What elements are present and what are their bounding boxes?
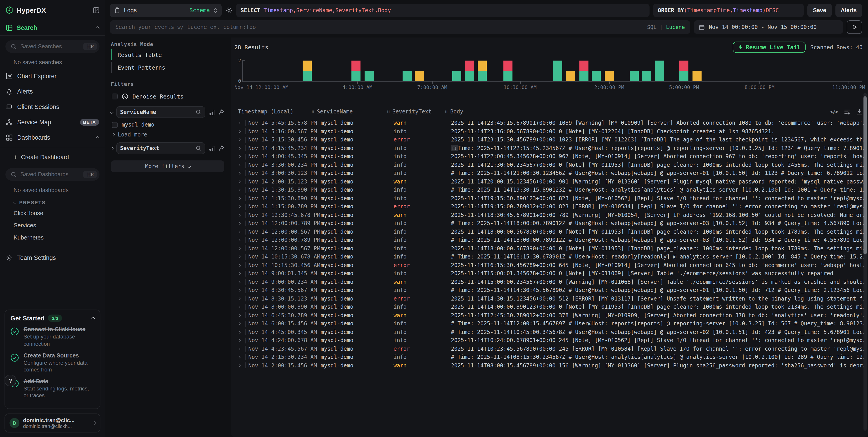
chevron-up-icon[interactable]: [91, 317, 95, 321]
row-expand-icon[interactable]: [238, 289, 240, 292]
preset-services[interactable]: Services: [0, 219, 105, 231]
histogram-bar[interactable]: [352, 61, 361, 81]
run-query-button[interactable]: [847, 20, 862, 34]
row-expand-icon[interactable]: [238, 280, 240, 283]
column-header-severitytext[interactable]: ⠿SeverityText: [387, 108, 445, 115]
date-range-picker[interactable]: Nov 14 00:00:00 - Nov 15 00:00:00: [694, 20, 843, 34]
histogram-bar[interactable]: [402, 71, 411, 81]
row-expand-icon[interactable]: [238, 297, 240, 300]
table-row[interactable]: Nov 14 12:00:00.789 PMmysql-demoinfo# Ti…: [231, 236, 868, 244]
histogram-bar[interactable]: [655, 61, 664, 81]
sidebar-item-chart-explorer[interactable]: Chart Explorer: [0, 68, 105, 83]
filter-pin-button[interactable]: [218, 109, 224, 115]
table-row[interactable]: Nov 14 5:16:00.567 PMmysql-demoinfo2025-…: [231, 127, 868, 136]
row-expand-icon[interactable]: [238, 230, 240, 233]
sidebar-collapse-icon[interactable]: [93, 6, 99, 13]
column-header-body[interactable]: ⠿Body: [445, 108, 463, 115]
filter-field-pill[interactable]: SeverityText: [116, 142, 205, 154]
row-expand-icon[interactable]: [238, 122, 240, 125]
row-expand-icon[interactable]: [238, 138, 240, 141]
table-row[interactable]: Nov 14 10:15:30.678 AMmysql-demoinfo# Ti…: [231, 253, 868, 261]
denoise-results-toggle[interactable]: Denoise Results: [112, 93, 224, 100]
histogram-bar[interactable]: [605, 71, 614, 81]
table-row[interactable]: Nov 14 2:00:15.123 PMmysql-demowarn2025-…: [231, 177, 868, 186]
histogram-bar[interactable]: [303, 61, 312, 81]
row-expand-icon[interactable]: [238, 172, 240, 175]
get-started-step[interactable]: Connect to ClickHouseSet up your databas…: [10, 327, 95, 348]
sidebar-item-client-sessions[interactable]: Client Sessions: [0, 99, 105, 114]
row-expand-icon[interactable]: [238, 189, 240, 191]
table-row[interactable]: Nov 14 10:15:30.456 AMmysql-demoerror202…: [231, 261, 868, 269]
drag-handle-icon[interactable]: ⠿: [445, 109, 448, 114]
histogram-bar[interactable]: [566, 71, 575, 81]
resume-live-tail-button[interactable]: Resume Live Tail: [733, 41, 806, 53]
table-row[interactable]: Nov 14 4:15:45.234 PMmysql-demoinfo# Tim…: [231, 144, 868, 152]
row-expand-icon[interactable]: [238, 322, 240, 325]
table-row[interactable]: Nov 14 12:00:00.567 PMmysql-demoinfo2025…: [231, 244, 868, 253]
order-by-input[interactable]: ORDER BY ( TimestampTime, Timestamp ) DE…: [653, 3, 804, 17]
row-expand-icon[interactable]: [238, 247, 240, 250]
table-row[interactable]: Nov 14 5:15:30.456 PMmysql-demoerror2025…: [231, 136, 868, 144]
chart-icon[interactable]: [209, 109, 215, 115]
table-row[interactable]: Nov 14 12:00:00.789 PMmysql-demoinfo# Ti…: [231, 219, 868, 228]
table-row[interactable]: Nov 14 9:00:01.345 AMmysql-demoinfo2025-…: [231, 269, 868, 278]
source-settings-gear-icon[interactable]: [225, 6, 232, 14]
histogram-bar[interactable]: [453, 71, 462, 81]
row-expand-icon[interactable]: [238, 356, 240, 359]
create-dashboard-button[interactable]: + Create Dashboard: [0, 150, 105, 164]
mode-lucene-label[interactable]: Lucene: [666, 24, 685, 30]
histogram-bar[interactable]: [692, 71, 702, 81]
get-started-step[interactable]: Create Data SourcesConfigure where your …: [10, 352, 95, 373]
vertical-scrollbar[interactable]: [864, 93, 867, 431]
table-row[interactable]: Nov 14 4:24:00.678 AMmysql-demoinfo2025-…: [231, 336, 868, 345]
sidebar-item-dashboards[interactable]: Dashboards: [0, 130, 105, 145]
saved-dashboards-input[interactable]: Saved Dashboards ⌘K: [5, 168, 99, 181]
table-row[interactable]: Nov 14 2:15:30.234 AMmysql-demoinfo# Tim…: [231, 353, 868, 361]
row-expand-icon[interactable]: [238, 339, 240, 342]
alerts-button[interactable]: Alerts: [835, 3, 862, 17]
histogram-bar[interactable]: [478, 61, 487, 81]
chart-icon[interactable]: [209, 145, 215, 151]
filter-value-mysql-demo[interactable]: mysql-demo: [112, 122, 224, 128]
row-expand-icon[interactable]: [238, 213, 240, 216]
load-more-button[interactable]: Load more: [112, 132, 224, 138]
table-row[interactable]: Nov 14 4:00:45.345 PMmysql-demoinfo2025-…: [231, 152, 868, 161]
table-row[interactable]: Nov 14 1:15:00.789 PMmysql-demoerror2025…: [231, 202, 868, 211]
analysis-mode-event-patterns[interactable]: Event Patterns: [111, 62, 224, 73]
sidebar-item-alerts[interactable]: Alerts: [0, 83, 105, 99]
row-expand-icon[interactable]: [238, 130, 240, 133]
histogram-bar[interactable]: [680, 61, 689, 81]
saved-searches-input[interactable]: Saved Searches ⌘K: [5, 40, 99, 53]
row-expand-icon[interactable]: [238, 364, 240, 367]
preset-kubernetes[interactable]: Kubernetes: [0, 231, 105, 243]
filter-value-checkbox[interactable]: [112, 122, 118, 128]
table-row[interactable]: Nov 14 6:00:15.456 AMmysql-demoinfo# Tim…: [231, 320, 868, 328]
histogram-bar[interactable]: [629, 71, 639, 81]
analysis-mode-results-table[interactable]: Results Table: [111, 49, 224, 60]
row-expand-icon[interactable]: [238, 222, 240, 225]
presets-toggle[interactable]: PRESETS: [0, 196, 105, 207]
table-row[interactable]: Nov 14 3:00:30.123 PMmysql-demoinfo# Tim…: [231, 169, 868, 177]
table-row[interactable]: Nov 14 1:30:15.890 PMmysql-demoinfo# Tim…: [231, 186, 868, 194]
drag-handle-icon[interactable]: ⠿: [311, 109, 315, 114]
histogram-bar[interactable]: [415, 71, 424, 81]
row-expand-icon[interactable]: [238, 205, 240, 208]
row-expand-icon[interactable]: [238, 264, 240, 267]
user-menu[interactable]: D dominic.tran@clic... dominic.tran@clic…: [4, 413, 100, 433]
help-button[interactable]: ?: [4, 375, 16, 386]
sidebar-item-team-settings[interactable]: Team Settings: [0, 250, 105, 265]
search-input[interactable]: Search your events w/ Lucene ex. column:…: [110, 20, 690, 34]
select-clause-input[interactable]: SELECT Timestamp ,ServiceName,SeverityTe…: [236, 3, 650, 17]
row-expand-icon[interactable]: [238, 347, 240, 350]
column-header-timestamp[interactable]: Timestamp (Local): [238, 108, 311, 115]
row-expand-icon[interactable]: [238, 155, 240, 158]
histogram-bar[interactable]: [642, 71, 651, 81]
more-filters-button[interactable]: More filters: [111, 161, 224, 172]
table-row[interactable]: Nov 14 1:15:30.890 PMmysql-demoinfo2025-…: [231, 194, 868, 202]
table-row[interactable]: Nov 14 8:00:00.890 AMmysql-demoinfo2025-…: [231, 303, 868, 311]
source-select[interactable]: Logs Schema: [110, 3, 222, 17]
pin-icon[interactable]: [218, 145, 224, 152]
row-expand-icon[interactable]: [238, 163, 240, 166]
chevron-right-icon[interactable]: [111, 147, 113, 150]
table-row[interactable]: Nov 14 4:45:00.345 AMmysql-demoinfo# Tim…: [231, 328, 868, 336]
